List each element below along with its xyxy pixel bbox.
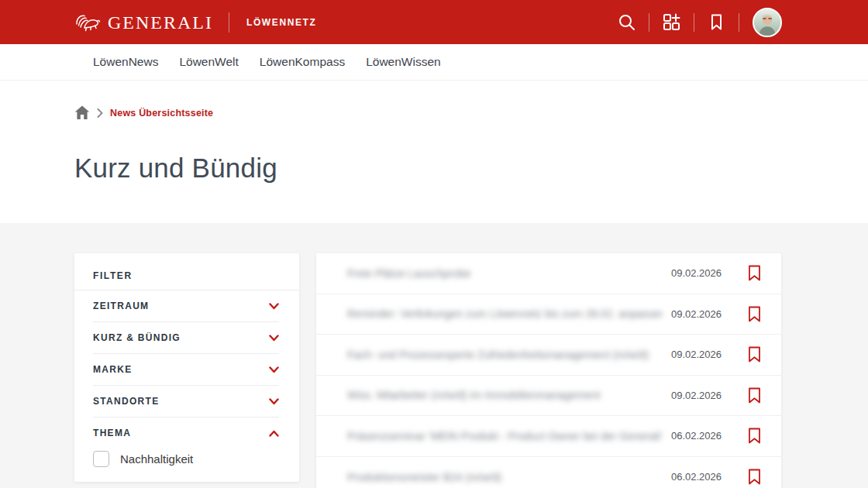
chevron-down-icon xyxy=(269,335,279,342)
news-date: 09.02.2026 xyxy=(671,390,722,401)
bookmark-icon xyxy=(748,387,761,404)
bookmark-icon xyxy=(748,469,761,485)
generali-lion-icon xyxy=(74,12,101,33)
apps-add-icon xyxy=(663,13,680,31)
news-title-blurred: Produktionsmeister B24 (m/w/d) xyxy=(347,471,662,483)
news-title-blurred: Präsenzseminar 'MEIN Produkt - Product O… xyxy=(347,430,662,442)
news-title-blurred: Freie Plätze Lauschprobe xyxy=(347,267,662,280)
chevron-down-icon xyxy=(269,303,279,310)
checkbox-label: Nachhaltigkeit xyxy=(120,452,193,466)
home-icon xyxy=(74,105,90,120)
bookmark-button[interactable] xyxy=(748,469,761,485)
topbar-divider xyxy=(694,13,694,32)
filter-section-label: ZEITRAUM xyxy=(93,301,149,311)
page-title: Kurz und Bündig xyxy=(74,153,868,184)
news-list: Freie Plätze Lauschprobe 09.02.2026 Remi… xyxy=(316,253,781,488)
bookmark-button[interactable] xyxy=(748,306,761,322)
bookmark-button[interactable] xyxy=(748,428,761,444)
filter-section-standorte[interactable]: STANDORTE xyxy=(74,386,299,417)
bookmark-icon xyxy=(748,428,761,444)
bookmark-button[interactable] xyxy=(748,346,761,363)
breadcrumb-home[interactable] xyxy=(74,105,90,120)
news-title-blurred: Wiss. Mitarbeiter (m/w/d) im Immobilienm… xyxy=(347,389,662,401)
news-title-blurred: Fach- und Prozessexperte Zufriedenheitsm… xyxy=(347,349,662,361)
breadcrumb: News Übersichtsseite xyxy=(74,105,868,120)
news-date: 06.02.2026 xyxy=(671,471,722,483)
chevron-right-icon xyxy=(97,108,103,118)
news-row[interactable]: Wiss. Mitarbeiter (m/w/d) im Immobilienm… xyxy=(316,376,781,417)
nav-item-loewenwissen[interactable]: LöwenWissen xyxy=(366,55,441,69)
chevron-down-icon xyxy=(269,398,279,405)
filter-section-label: KURZ & BÜNDIG xyxy=(93,332,181,343)
thema-options: Nachhaltigkeit xyxy=(74,448,299,482)
filter-panel: FILTER ZEITRAUM KURZ & BÜNDIG MARKE STAN… xyxy=(74,253,299,482)
brand-wordmark: GENERALI xyxy=(108,13,213,32)
filter-section-label: THEMA xyxy=(93,428,131,438)
filter-section-label: MARKE xyxy=(93,364,133,375)
brand-logo[interactable]: GENERALI xyxy=(74,12,213,33)
news-row[interactable]: Produktionsmeister B24 (m/w/d) 06.02.202… xyxy=(316,457,781,488)
top-bar: GENERALI LÖWENNETZ xyxy=(0,0,868,44)
main-navigation: LöwenNews LöwenWelt LöwenKompass LöwenWi… xyxy=(0,44,868,81)
filter-section-label: STANDORTE xyxy=(93,396,159,407)
filter-section-kurz-und-buendig[interactable]: KURZ & BÜNDIG xyxy=(74,322,299,353)
bookmark-icon xyxy=(748,306,761,322)
news-title-blurred: Reminder: Verlinkungen zum Löwennetz bis… xyxy=(347,308,662,320)
chevron-down-icon xyxy=(269,366,279,373)
news-row[interactable]: Präsenzseminar 'MEIN Produkt - Product O… xyxy=(316,416,781,457)
content-area: FILTER ZEITRAUM KURZ & BÜNDIG MARKE STAN… xyxy=(0,223,868,488)
topbar-divider xyxy=(739,13,739,32)
filter-section-marke[interactable]: MARKE xyxy=(74,354,299,385)
avatar-image xyxy=(754,9,780,36)
brand-separator xyxy=(229,12,229,33)
nav-item-loewennews[interactable]: LöwenNews xyxy=(93,55,158,69)
news-row[interactable]: Freie Plätze Lauschprobe 09.02.2026 xyxy=(316,253,781,294)
filter-heading: FILTER xyxy=(74,253,299,290)
news-date: 06.02.2026 xyxy=(671,430,722,442)
nav-item-loewenkompass[interactable]: LöwenKompass xyxy=(260,55,345,69)
filter-section-thema[interactable]: THEMA xyxy=(74,418,299,448)
chevron-up-icon xyxy=(269,430,279,437)
bookmark-icon xyxy=(748,346,761,363)
breadcrumb-current[interactable]: News Übersichtsseite xyxy=(110,108,213,119)
filter-section-zeitraum[interactable]: ZEITRAUM xyxy=(74,290,299,321)
bookmark-button[interactable] xyxy=(748,265,761,281)
bookmarks-button[interactable] xyxy=(708,13,725,31)
nav-item-loewenwelt[interactable]: LöwenWelt xyxy=(179,55,238,69)
news-row[interactable]: Fach- und Prozessexperte Zufriedenheitsm… xyxy=(316,335,781,376)
hero-section: News Übersichtsseite Kurz und Bündig xyxy=(0,81,868,223)
news-date: 09.02.2026 xyxy=(671,308,722,320)
bookmark-button[interactable] xyxy=(748,387,761,404)
apps-add-button[interactable] xyxy=(663,13,680,31)
news-row[interactable]: Reminder: Verlinkungen zum Löwennetz bis… xyxy=(316,294,781,335)
topbar-divider xyxy=(649,13,649,32)
app-name: LÖWENNETZ xyxy=(246,17,316,28)
bookmark-icon xyxy=(708,13,725,31)
news-date: 09.02.2026 xyxy=(671,349,722,360)
user-avatar[interactable] xyxy=(753,8,782,37)
search-icon xyxy=(618,13,636,31)
news-date: 09.02.2026 xyxy=(671,267,722,279)
checkbox-nachhaltigkeit[interactable] xyxy=(93,451,109,467)
search-button[interactable] xyxy=(618,13,636,31)
bookmark-icon xyxy=(748,265,761,281)
topbar-actions xyxy=(618,8,868,37)
